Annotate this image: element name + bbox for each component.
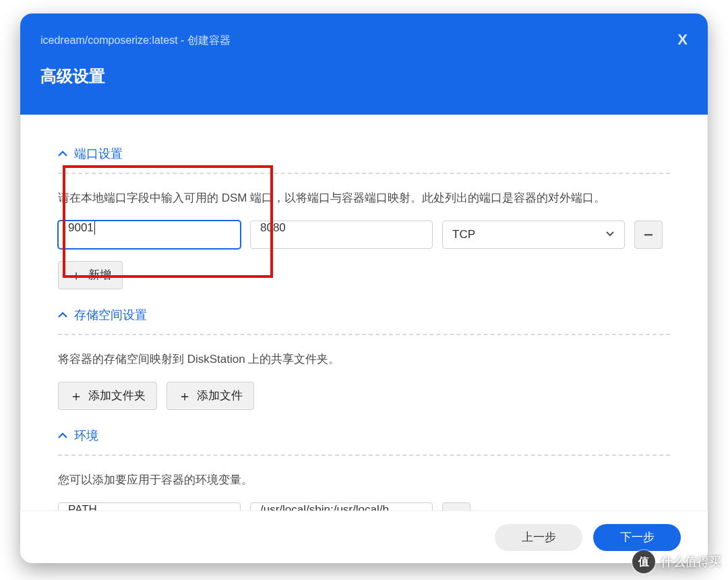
chevron-up-icon — [58, 149, 67, 158]
env-key-input[interactable]: PATH — [58, 502, 241, 511]
env-row: PATH /usr/local/sbin:/usr/local/b — [58, 502, 670, 511]
divider — [58, 173, 670, 174]
section-storage-desc: 将容器的存储空间映射到 DiskStation 上的共享文件夹。 — [58, 350, 670, 370]
modal-footer: 上一步 下一步 — [20, 511, 708, 563]
section-env-title: 环境 — [74, 428, 98, 444]
protocol-select[interactable]: TCP — [442, 221, 625, 249]
add-folder-label: 添加文件夹 — [88, 388, 146, 403]
add-port-button[interactable]: ＋ 新增 — [58, 261, 123, 289]
create-container-modal: icedream/composerize:latest - 创建容器 高级设置 … — [20, 13, 708, 563]
remove-port-button[interactable] — [634, 221, 663, 249]
section-env: 环境 您可以添加要应用于容器的环境变量。 PATH /usr/local/sbi… — [58, 410, 670, 511]
divider — [58, 455, 670, 456]
local-port-input[interactable]: 9001 — [58, 221, 241, 249]
plus-icon: ＋ — [178, 389, 191, 403]
modal-header: icedream/composerize:latest - 创建容器 高级设置 … — [20, 13, 708, 115]
section-storage-title: 存储空间设置 — [74, 307, 147, 323]
text-caret — [94, 221, 95, 235]
modal-title: 高级设置 — [40, 48, 688, 87]
env-key-value: PATH — [68, 503, 97, 511]
plus-icon: ＋ — [69, 389, 83, 403]
section-port-desc: 请在本地端口字段中输入可用的 DSM 端口，以将端口与容器端口映射。此处列出的端… — [58, 189, 670, 208]
svg-rect-0 — [644, 234, 653, 235]
watermark-badge: 值 — [632, 550, 655, 573]
section-port-title: 端口设置 — [74, 146, 123, 162]
chevron-up-icon — [58, 310, 67, 320]
chevron-up-icon — [58, 431, 67, 440]
add-folder-button[interactable]: ＋ 添加文件夹 — [58, 382, 157, 410]
container-port-input[interactable]: 8080 — [250, 221, 433, 249]
port-row: 9001 8080 TCP — [58, 221, 670, 249]
back-button[interactable]: 上一步 — [495, 524, 582, 551]
container-port-value: 8080 — [260, 221, 286, 234]
env-value-input[interactable]: /usr/local/sbin:/usr/local/b — [250, 502, 433, 511]
next-button[interactable]: 下一步 — [593, 524, 681, 551]
modal-body[interactable]: 端口设置 请在本地端口字段中输入可用的 DSM 端口，以将端口与容器端口映射。此… — [20, 115, 708, 511]
section-env-toggle[interactable]: 环境 — [58, 428, 670, 444]
protocol-value: TCP — [452, 228, 475, 241]
close-button[interactable]: X — [677, 31, 688, 49]
watermark-text: 什么值得买 — [661, 554, 721, 570]
section-env-desc: 您可以添加要应用于容器的环境变量。 — [58, 471, 670, 490]
add-file-label: 添加文件 — [197, 388, 243, 403]
section-port-toggle[interactable]: 端口设置 — [58, 146, 670, 162]
remove-env-button[interactable] — [442, 502, 471, 511]
section-port: 端口设置 请在本地端口字段中输入可用的 DSM 端口，以将端口与容器端口映射。此… — [58, 128, 670, 289]
section-storage: 存储空间设置 将容器的存储空间映射到 DiskStation 上的共享文件夹。 … — [58, 289, 670, 410]
storage-buttons-row: ＋ 添加文件夹 ＋ 添加文件 — [58, 382, 670, 410]
watermark: 值 什么值得买 — [632, 550, 721, 573]
modal-subtitle: icedream/composerize:latest - 创建容器 — [40, 13, 688, 48]
add-file-button[interactable]: ＋ 添加文件 — [166, 382, 254, 410]
port-add-row: ＋ 新增 — [58, 261, 670, 289]
chevron-down-icon — [605, 228, 615, 241]
local-port-value: 9001 — [68, 221, 94, 234]
divider — [58, 334, 670, 335]
plus-icon: ＋ — [69, 268, 83, 282]
env-value-value: /usr/local/sbin:/usr/local/b — [260, 503, 389, 511]
section-storage-toggle[interactable]: 存储空间设置 — [58, 307, 670, 323]
add-port-label: 新增 — [88, 267, 111, 283]
